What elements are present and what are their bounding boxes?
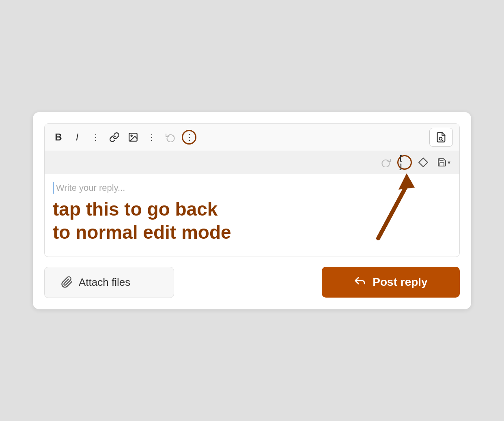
save-button[interactable]: ▾ <box>435 155 453 170</box>
toolbar-top: B I ⋮ ⋮ <box>45 124 459 151</box>
editor-box: B I ⋮ ⋮ <box>44 123 460 257</box>
editor-content[interactable]: Write your reply... tap this to go back … <box>45 174 459 257</box>
editor-placeholder: Write your reply... <box>53 182 451 194</box>
reply-editor-card: B I ⋮ ⋮ <box>33 112 471 309</box>
more-options-2-button[interactable]: ⋮ <box>144 130 159 145</box>
svg-point-1 <box>131 135 132 136</box>
preview-box <box>429 128 453 147</box>
reply-icon <box>354 276 366 288</box>
italic-button[interactable]: I <box>70 130 84 145</box>
svg-line-3 <box>442 140 443 141</box>
paperclip-icon <box>61 276 73 288</box>
editor-cursor <box>53 182 54 194</box>
erase-button[interactable] <box>416 155 431 170</box>
undo-button[interactable] <box>163 130 178 145</box>
more-options-1-button[interactable]: ⋮ <box>88 130 103 145</box>
bottom-bar: Attach files Post reply <box>44 267 460 298</box>
save-dropdown-arrow[interactable]: ▾ <box>448 159 450 166</box>
bold-button[interactable]: B <box>51 130 66 145</box>
brackets-button[interactable]: [ ] <box>397 155 412 170</box>
link-button[interactable] <box>107 130 122 145</box>
image-button[interactable] <box>126 130 140 145</box>
three-dots-menu-button[interactable]: ⋮ <box>182 130 196 145</box>
attach-files-button[interactable]: Attach files <box>44 267 174 298</box>
preview-button[interactable] <box>434 130 448 145</box>
redo-button[interactable] <box>379 155 393 170</box>
svg-marker-4 <box>419 158 428 167</box>
post-reply-button[interactable]: Post reply <box>322 267 460 298</box>
annotation-area: tap this to go back to normal edit mode <box>53 198 451 244</box>
toolbar-bottom: [ ] ▾ <box>45 151 459 174</box>
annotation-text: tap this to go back to normal edit mode <box>53 198 451 244</box>
